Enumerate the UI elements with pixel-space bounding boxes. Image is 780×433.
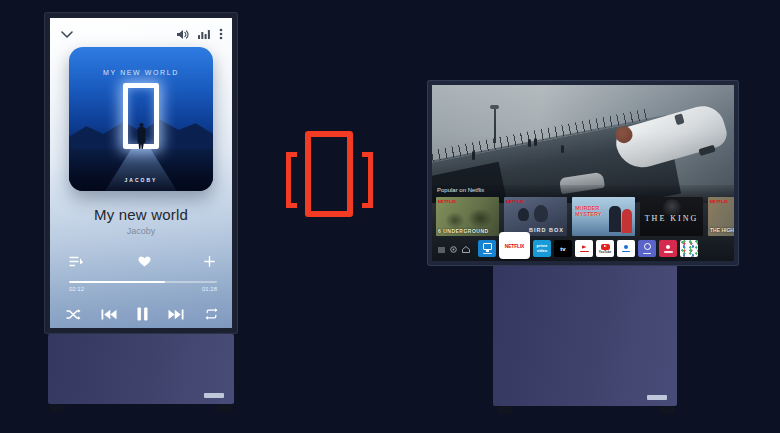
apple-tv-logo: tv [560,246,565,252]
figure-silhouette [622,209,632,233]
landscape-tv-foot-right [660,406,675,414]
movie-card-the-highwaymen[interactable]: NETFLIX THE HIGHWAYMEN [708,197,734,236]
netflix-badge: NETFLIX [710,199,728,204]
app-bar: NETFLIX prime video tv [436,232,734,259]
movie-card-6-underground[interactable]: NETFLIX 6 UNDERGROUND [436,197,499,236]
app-tile-internet[interactable] [638,240,656,257]
movie-card-bird-box[interactable]: NETFLIX BIRD BOX [504,197,567,236]
album-art: MY NEW WORLD JACOBY [69,47,213,191]
portrait-tv: MY NEW WORLD JACOBY My new world Jacoby [44,12,238,334]
landscape-tv: Popular on Netflix NETFLIX 6 UNDERGROUND… [427,80,739,266]
app-tile-apple-tv[interactable]: tv [554,240,572,257]
brand-sticker [204,393,224,398]
rotate-screen-icon [286,131,374,227]
app-tile-pattern-logo[interactable] [680,240,698,257]
settings-icon[interactable] [450,246,457,253]
home-icon[interactable] [462,246,470,253]
app-tile-crimson-logo[interactable] [659,240,677,257]
app-tiles: NETFLIX prime video tv [478,234,698,257]
pause-icon[interactable] [137,307,148,321]
menu-icon[interactable] [438,247,445,253]
shuffle-icon[interactable] [66,309,81,320]
remaining-time: 01:28 [202,286,217,292]
volume-icon[interactable] [176,29,189,40]
repeat-icon[interactable] [204,308,219,320]
content-rows-overlay: Popular on Netflix NETFLIX 6 UNDERGROUND… [432,185,734,261]
app-label-bar [664,251,673,253]
song-title: My new world [50,206,232,223]
playback-controls [66,307,219,321]
brand-sticker [647,395,667,400]
add-icon[interactable] [204,256,215,267]
music-player-topbar [61,27,223,41]
movie-title: THE KING [640,214,703,223]
movie-title: MURDER MYSTERY [575,205,611,217]
playlist-icon[interactable] [69,256,84,267]
figure-silhouette [534,205,548,222]
more-options-icon[interactable] [219,28,223,40]
portrait-tv-foot-right [217,404,232,412]
app-tile-youtube[interactable]: YouTube [596,240,614,257]
globe-icon [644,243,651,250]
red-logo-mark [582,245,587,249]
app-tile-live-tv[interactable] [478,240,496,257]
skip-previous-icon[interactable] [101,309,117,320]
chevron-down-icon[interactable] [61,31,73,38]
app-label-bar [643,253,651,255]
elapsed-time: 02:12 [69,286,84,292]
album-title-text: MY NEW WORLD [69,69,213,76]
section-label: Popular on Netflix [437,187,484,193]
prime-video-logo: prime video [534,244,550,253]
portrait-tv-stand [48,334,234,404]
portrait-tv-foot-left [50,404,65,412]
skip-next-icon[interactable] [168,309,184,320]
netflix-badge: NETFLIX [438,199,456,204]
red-logo-text-bar [580,251,589,253]
landscape-tv-foot-left [497,406,512,414]
sero-tv-promo-stage: MY NEW WORLD JACOBY My new world Jacoby [0,0,780,433]
app-label-bar [483,253,492,255]
music-player-screen: MY NEW WORLD JACOBY My new world Jacoby [50,18,232,328]
white-dot-mark [666,245,670,249]
favorite-icon[interactable] [138,256,151,267]
equalizer-icon[interactable] [198,29,210,39]
action-row [69,256,215,267]
progress-fill [69,281,165,283]
progress-bar[interactable] [69,281,217,283]
netflix-logo: NETFLIX [505,243,524,249]
landscape-tv-stand [493,260,677,406]
figure-silhouette [518,208,529,221]
youtube-logo: YouTube [599,250,611,254]
app-tile-prime-video[interactable]: prime video [533,240,551,257]
netflix-badge: NETFLIX [506,199,524,204]
progress-section: 02:12 01:28 [69,281,217,292]
movie-card-the-king[interactable]: THE KING [640,197,703,236]
tv-screen-icon [483,243,492,250]
movie-card-row: NETFLIX 6 UNDERGROUND NETFLIX BIRD BOX M… [436,197,734,236]
app-tile-blue-logo[interactable] [617,240,635,257]
youtube-play-icon [601,244,610,250]
person-silhouette [137,123,146,149]
app-tile-red-logo[interactable] [575,240,593,257]
movie-card-murder-mystery[interactable]: MURDER MYSTERY [572,197,635,236]
rotate-screen-outline [305,131,353,217]
blue-logo-mark [624,245,628,249]
app-tile-netflix[interactable]: NETFLIX [501,234,528,257]
rotate-bracket-left [286,152,297,208]
song-artist: Jacoby [50,226,232,236]
album-artist-text: JACOBY [69,177,213,183]
blue-logo-text-bar [622,251,630,253]
rotate-bracket-right [362,152,373,208]
smart-hub-screen: Popular on Netflix NETFLIX 6 UNDERGROUND… [432,85,734,261]
